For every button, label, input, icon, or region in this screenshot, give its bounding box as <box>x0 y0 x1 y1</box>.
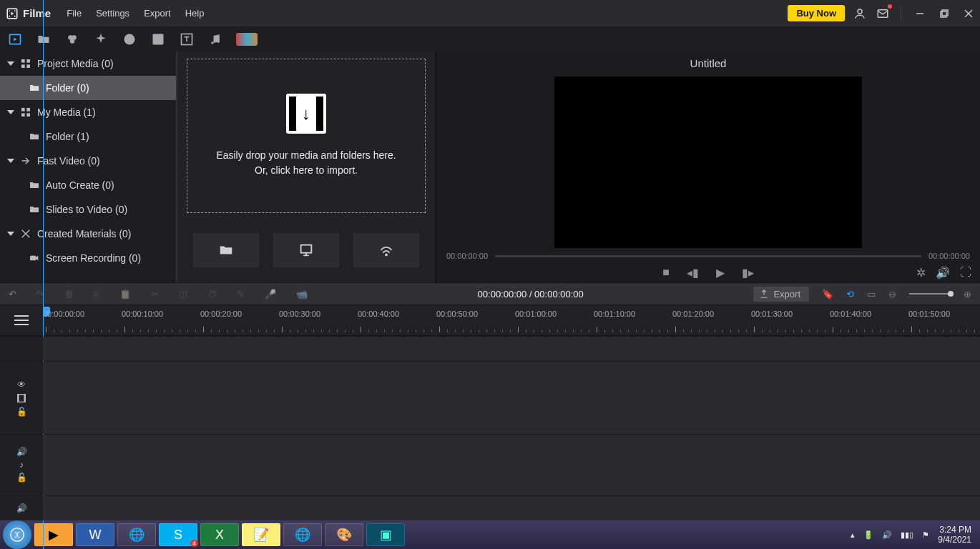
sidebar-item-folder[interactable]: Folder (1) <box>0 124 176 149</box>
menu-settings[interactable]: Settings <box>96 8 129 19</box>
lock-icon[interactable]: 🔓 <box>16 473 27 483</box>
system-tray[interactable]: ▴ 🔋 🔊 ▮▮▯ ⚑ 3:24 PM 9/4/2021 <box>845 525 977 545</box>
volume-icon[interactable]: 🔊 <box>16 503 27 513</box>
buynow-button[interactable]: Buy Now <box>788 5 845 21</box>
transition-icon[interactable] <box>150 31 166 47</box>
download-online-button[interactable] <box>353 233 419 267</box>
sidebar-item-auto-create[interactable]: Auto Create (0) <box>0 173 176 197</box>
minimize-button[interactable] <box>911 5 928 22</box>
sidebar-item-label: Screen Recording (0) <box>46 252 141 264</box>
menu-help[interactable]: Help <box>185 8 205 19</box>
menu-export[interactable]: Export <box>144 8 171 19</box>
effects-icon[interactable] <box>64 31 80 47</box>
windows-taskbar: ▶ W 🌐 S4 X 📝 🌐 🎨 ▣ ▴ 🔋 🔊 ▮▮▯ ⚑ 3:24 PM 9… <box>0 520 980 549</box>
sidebar-item-project-media[interactable]: Project Media (0) <box>0 51 176 76</box>
settings-icon[interactable]: ✲ <box>916 266 926 280</box>
stop-button[interactable]: ■ <box>662 266 670 279</box>
taskbar-paint[interactable]: 🎨 <box>325 523 363 546</box>
taskbar-skype[interactable]: S4 <box>159 523 197 546</box>
paste-icon[interactable]: 📋 <box>119 289 131 300</box>
menu-toggle[interactable] <box>0 305 43 335</box>
svg-rect-30 <box>26 113 30 117</box>
taskbar-chrome-2[interactable]: 🌐 <box>283 523 322 546</box>
start-button[interactable] <box>3 520 31 549</box>
pattern-icon <box>20 228 31 239</box>
record-screen-button[interactable] <box>273 233 339 267</box>
undo-icon[interactable]: ↶ <box>9 289 16 300</box>
sparkle-icon[interactable] <box>93 31 109 47</box>
speed-icon[interactable]: ⏱ <box>207 289 217 300</box>
snap-icon[interactable]: ⟲ <box>846 289 854 300</box>
color-chip-icon[interactable] <box>236 33 258 46</box>
crop-icon[interactable]: ◫ <box>179 289 187 300</box>
sidebar-item-slides-to-video[interactable]: Slides to Video (0) <box>0 197 176 222</box>
timeline-ruler[interactable]: 00:00:00:0000:00:10:0000:00:20:0000:00:3… <box>0 305 980 336</box>
maximize-button[interactable] <box>936 5 953 22</box>
audio-track[interactable] <box>43 435 980 495</box>
battery-icon[interactable]: 🔋 <box>863 530 873 540</box>
account-icon[interactable] <box>852 6 868 21</box>
record-screen-icon[interactable]: 📹 <box>296 289 308 300</box>
hamburger-icon <box>14 320 29 321</box>
taskbar-notes[interactable]: 📝 <box>242 523 280 546</box>
flag-icon[interactable]: ⚑ <box>922 530 929 540</box>
fullscreen-icon[interactable]: ⛶ <box>960 266 971 280</box>
network-icon[interactable]: ▮▮▯ <box>901 530 913 540</box>
svg-rect-1 <box>9 10 11 11</box>
svg-rect-27 <box>21 108 25 112</box>
audio-track-2[interactable] <box>43 496 980 520</box>
eye-icon[interactable]: 👁 <box>17 380 26 390</box>
import-folder-button[interactable] <box>193 233 259 267</box>
sticker-icon[interactable] <box>122 31 137 47</box>
export-button[interactable]: Export <box>753 287 809 302</box>
taskbar-media-player[interactable]: ▶ <box>34 523 73 546</box>
zoom-in-icon[interactable]: ⊕ <box>964 289 971 300</box>
sidebar-item-label: Auto Create (0) <box>46 179 114 191</box>
music-icon: ♪ <box>19 460 24 470</box>
lock-icon[interactable]: 🔓 <box>16 407 27 417</box>
video-track-header[interactable]: 👁 🔓 <box>0 362 43 434</box>
ruler-mark: 00:01:00:00 <box>515 310 557 318</box>
zoom-slider[interactable] <box>909 293 951 295</box>
record-voice-icon[interactable]: 🎤 <box>265 289 276 300</box>
color-icon[interactable]: ✎ <box>237 289 245 300</box>
taskbar-excel[interactable]: X <box>200 523 239 546</box>
delete-icon[interactable]: 🗑 <box>64 289 74 300</box>
copy-icon[interactable]: ⎘ <box>94 289 99 300</box>
system-clock[interactable]: 3:24 PM 9/4/2021 <box>938 525 971 545</box>
sidebar-item-folder[interactable]: Folder (0) <box>0 76 176 100</box>
sidebar-item-created-materials[interactable]: Created Materials (0) <box>0 222 176 246</box>
folder-icon[interactable] <box>36 31 52 47</box>
marker-icon[interactable]: 🔖 <box>822 289 833 300</box>
text-icon[interactable] <box>179 31 195 47</box>
mail-icon[interactable] <box>875 6 891 21</box>
volume-icon[interactable]: 🔊 <box>882 530 892 540</box>
close-button[interactable] <box>960 5 977 22</box>
aspect-icon[interactable]: ▭ <box>867 289 876 300</box>
taskbar-word[interactable]: W <box>76 523 114 546</box>
taskbar-chrome[interactable]: 🌐 <box>117 523 156 546</box>
video-track[interactable] <box>43 362 980 434</box>
media-drop-zone[interactable]: ↓ Easily drop your media and folders her… <box>187 59 426 213</box>
zoom-out-icon[interactable]: ⊖ <box>888 289 896 300</box>
preview-seek-bar[interactable] <box>495 255 921 257</box>
audio2-track-header[interactable]: 🔊 <box>0 496 43 520</box>
titlebar: Filme File Settings Export Help Buy Now <box>0 0 980 27</box>
menu-file[interactable]: File <box>67 8 82 19</box>
taskbar-filme[interactable]: ▣ <box>366 523 405 546</box>
sidebar-item-screen-recording[interactable]: Screen Recording (0) <box>0 246 176 270</box>
music-icon[interactable] <box>207 31 223 47</box>
prev-frame-button[interactable]: ◂▮ <box>687 266 699 280</box>
media-icon[interactable] <box>7 31 23 47</box>
sidebar-item-fast-video[interactable]: Fast Video (0) <box>0 149 176 173</box>
volume-icon[interactable]: 🔊 <box>16 447 27 457</box>
preview-viewport[interactable] <box>436 74 980 249</box>
volume-icon[interactable]: 🔊 <box>936 266 950 280</box>
play-button[interactable]: ▶ <box>716 266 725 280</box>
audio-track-header[interactable]: 🔊 ♪ 🔓 <box>0 435 43 495</box>
marker-track[interactable] <box>43 337 980 361</box>
tray-chevron-icon[interactable]: ▴ <box>851 530 855 540</box>
next-frame-button[interactable]: ▮▸ <box>742 266 754 280</box>
split-icon[interactable]: ✂ <box>151 289 159 300</box>
sidebar-item-my-media[interactable]: My Media (1) <box>0 100 176 124</box>
